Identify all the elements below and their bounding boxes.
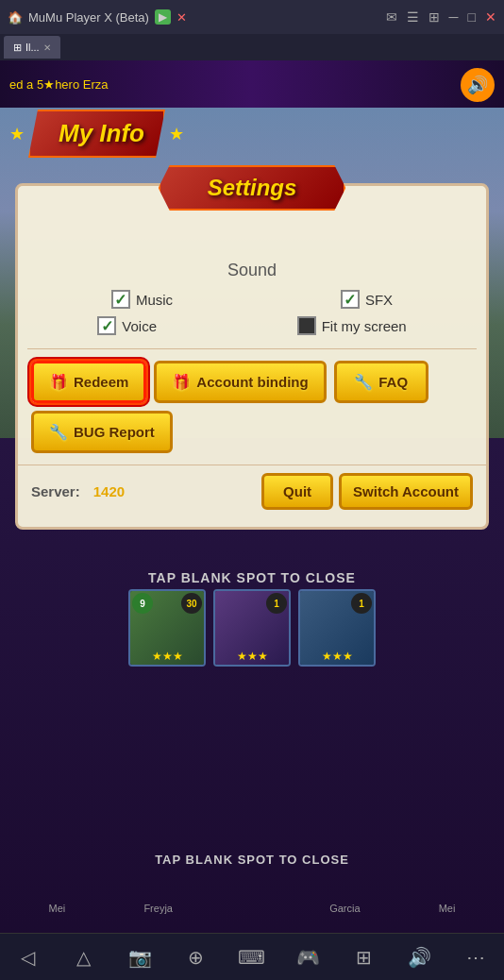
- faq-button[interactable]: 🔧 FAQ: [334, 361, 428, 403]
- music-checkbox[interactable]: ✓: [111, 290, 130, 309]
- minimize-icon[interactable]: ─: [449, 9, 459, 25]
- name-3: Garcia: [329, 903, 360, 914]
- restore-icon[interactable]: □: [468, 9, 476, 25]
- bottom-toolbar: ◁ △ 📷 ⊕ ⌨ 🎮 ⊞ 🔊 ⋯: [0, 933, 504, 980]
- name-0: Mei: [49, 903, 66, 914]
- hero-unlock-text: ed a 5★hero Erza: [9, 77, 109, 92]
- menu-icon[interactable]: ☰: [407, 9, 419, 25]
- sound-icon: 🔊: [467, 75, 488, 95]
- checkboxes-row-1: ✓ Music ✓ SFX: [27, 290, 477, 309]
- server-row: Server: 1420 Quit Switch Account: [18, 465, 486, 517]
- play-icon[interactable]: ▶: [155, 9, 171, 25]
- settings-modal: Settings Sound ✓ Music ✓ SFX: [15, 183, 489, 530]
- name-1: Freyja: [143, 903, 173, 914]
- char-card-0[interactable]: 9 30 ★★★: [128, 589, 206, 667]
- settings-buttons-grid: 🎁 Redeem 🎁 Account binding 🔧 FAQ 🔧 BUG R…: [18, 349, 486, 465]
- video-button[interactable]: 📷: [121, 938, 159, 976]
- sfx-checkbox[interactable]: ✓: [341, 290, 360, 309]
- voice-label: Voice: [122, 318, 157, 334]
- card-stars-2: ★★★: [300, 650, 374, 663]
- more-button[interactable]: ⋯: [457, 938, 495, 976]
- settings-header: Settings: [16, 184, 488, 236]
- voice-checkbox[interactable]: ✓: [97, 316, 116, 335]
- sfx-label: SFX: [365, 292, 393, 308]
- email-icon[interactable]: ✉: [386, 9, 397, 25]
- sfx-checkbox-item[interactable]: ✓ SFX: [341, 290, 393, 309]
- voice-checkmark: ✓: [101, 317, 113, 335]
- star-right-deco: ★: [169, 124, 184, 144]
- server-value: 1420: [93, 483, 256, 499]
- keyboard-button[interactable]: ⌨: [233, 938, 271, 976]
- checkboxes-row-2: ✓ Voice Fit my screen: [27, 316, 477, 335]
- music-checkbox-item[interactable]: ✓ Music: [111, 290, 173, 309]
- char-card-1[interactable]: 1 ★★★: [213, 589, 291, 667]
- sfx-checkmark: ✓: [344, 291, 356, 309]
- account-binding-button[interactable]: 🎁 Account binding: [154, 361, 326, 403]
- settings-title: Settings: [208, 175, 297, 200]
- layers-button[interactable]: ⊞: [345, 938, 383, 976]
- card-stars-0: ★★★: [130, 650, 204, 663]
- name-4: Mei: [439, 903, 456, 914]
- volume-button[interactable]: 🔊: [401, 938, 439, 976]
- header-banner: ed a 5★hero Erza 🔊: [0, 60, 504, 108]
- home-icon[interactable]: 🏠: [8, 10, 23, 25]
- fit-screen-label: Fit my screen: [322, 318, 407, 334]
- home-button[interactable]: △: [65, 938, 103, 976]
- card-badge-right-1: 1: [266, 593, 287, 614]
- voice-checkbox-item[interactable]: ✓ Voice: [97, 316, 157, 335]
- faq-icon: 🔧: [354, 373, 373, 391]
- bottom-character-names: Mei Freyja Garcia Mei: [0, 903, 504, 914]
- account-binding-icon: 🎁: [172, 373, 191, 391]
- star-left-deco: ★: [9, 124, 25, 144]
- card-badge-left-0: 9: [132, 593, 153, 614]
- fit-screen-checkbox[interactable]: [297, 316, 316, 335]
- redeem-icon: 🎁: [49, 373, 68, 391]
- bug-report-icon: 🔧: [49, 423, 68, 441]
- quit-button[interactable]: Quit: [261, 473, 333, 510]
- character-cards-row: 9 30 ★★★ 1 ★★★ 1 ★★★: [0, 589, 504, 667]
- music-checkmark: ✓: [114, 291, 126, 309]
- active-tab[interactable]: ⊞ Il... ✕: [4, 36, 60, 59]
- switch-account-button[interactable]: Switch Account: [339, 473, 473, 510]
- tab-bar: ⊞ Il... ✕: [0, 34, 504, 60]
- card-stars-1: ★★★: [215, 650, 289, 663]
- back-button[interactable]: ◁: [9, 938, 47, 976]
- tab-x-icon[interactable]: ✕: [176, 10, 187, 25]
- close-icon[interactable]: ✕: [485, 9, 496, 25]
- card-badge-right-2: 1: [351, 593, 372, 614]
- tap-close-bottom: TAP BLANK SPOT TO CLOSE: [0, 853, 504, 867]
- my-info-text: My Info: [59, 119, 144, 147]
- tab-label: Il...: [25, 42, 40, 53]
- bug-report-button[interactable]: 🔧 BUG Report: [31, 411, 173, 453]
- my-info-title-area: ★ My Info ★: [9, 110, 184, 158]
- server-label: Server:: [31, 483, 80, 499]
- app-title: 🏠 MuMu Player X (Beta) ▶ ✕: [8, 9, 187, 25]
- window-controls: ✉ ☰ ⊞ ─ □ ✕: [386, 9, 496, 25]
- my-info-banner: My Info: [28, 110, 165, 158]
- music-label: Music: [136, 292, 173, 308]
- fit-screen-checkbox-item[interactable]: Fit my screen: [297, 316, 407, 335]
- redeem-button[interactable]: 🎁 Redeem: [31, 361, 146, 403]
- screen-icon[interactable]: ⊞: [428, 9, 440, 25]
- card-badge-right-0: 30: [181, 593, 202, 614]
- controller-button[interactable]: 🎮: [289, 938, 327, 976]
- crosshair-button[interactable]: ⊕: [177, 938, 215, 976]
- char-card-2[interactable]: 1 ★★★: [298, 589, 376, 667]
- titlebar: 🏠 MuMu Player X (Beta) ▶ ✕ ✉ ☰ ⊞ ─ □ ✕: [0, 0, 504, 34]
- tab-icon: ⊞: [13, 42, 22, 54]
- sound-section: Sound ✓ Music ✓ SFX ✓: [27, 249, 477, 349]
- sound-button[interactable]: 🔊: [461, 68, 495, 102]
- tab-close-icon[interactable]: ✕: [43, 42, 51, 53]
- sound-section-label: Sound: [27, 261, 477, 280]
- tap-close-top: TAP BLANK SPOT TO CLOSE: [0, 570, 504, 585]
- game-area: ed a 5★hero Erza 🔊 ★ My Info ★ Settings …: [0, 60, 504, 980]
